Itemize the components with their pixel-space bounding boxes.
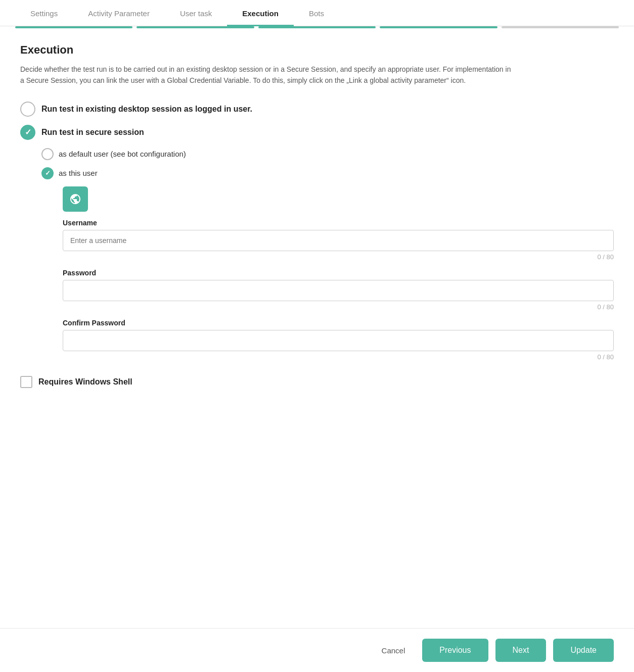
secure-session-row: Run test in secure session bbox=[20, 125, 614, 140]
globe-icon bbox=[69, 193, 81, 205]
this-user-radio[interactable] bbox=[41, 167, 54, 179]
option-group: Run test in existing desktop session as … bbox=[20, 102, 614, 361]
windows-shell-checkbox[interactable] bbox=[20, 376, 32, 388]
progress-activity-parameter bbox=[137, 26, 254, 28]
progress-settings bbox=[15, 26, 132, 28]
update-button[interactable]: Update bbox=[553, 639, 614, 662]
credential-area: Username 0 / 80 Password 0 / 80 Confirm … bbox=[63, 186, 614, 361]
username-char-count: 0 / 80 bbox=[63, 253, 614, 261]
password-label: Password bbox=[63, 269, 614, 277]
default-user-radio[interactable] bbox=[41, 148, 54, 160]
tab-activity-parameter[interactable]: Activity Parameter bbox=[73, 0, 165, 26]
tab-navigation: Settings Activity Parameter User task Ex… bbox=[0, 0, 634, 26]
confirm-password-char-count: 0 / 80 bbox=[63, 353, 614, 361]
tab-bots[interactable]: Bots bbox=[294, 0, 339, 26]
default-user-row: as default user (see bot configuration) bbox=[41, 148, 614, 160]
next-button[interactable]: Next bbox=[495, 639, 547, 662]
tab-execution[interactable]: Execution bbox=[227, 0, 294, 26]
existing-session-radio[interactable] bbox=[20, 102, 35, 117]
username-label: Username bbox=[63, 219, 614, 227]
main-content: Execution Decide whether the test run is… bbox=[0, 28, 634, 459]
password-input[interactable] bbox=[63, 280, 614, 301]
tab-settings[interactable]: Settings bbox=[15, 0, 73, 26]
section-description: Decide whether the test run is to be car… bbox=[20, 64, 516, 86]
link-global-parameter-button[interactable] bbox=[63, 186, 88, 212]
windows-shell-row: Requires Windows Shell bbox=[20, 376, 614, 388]
progress-user-task bbox=[258, 26, 376, 28]
username-input[interactable] bbox=[63, 230, 614, 251]
existing-session-row: Run test in existing desktop session as … bbox=[20, 102, 614, 117]
tab-user-task[interactable]: User task bbox=[165, 0, 227, 26]
this-user-label: as this user bbox=[59, 169, 98, 177]
confirm-password-label: Confirm Password bbox=[63, 319, 614, 327]
password-char-count: 0 / 80 bbox=[63, 303, 614, 311]
secure-session-radio[interactable] bbox=[20, 125, 35, 140]
section-title: Execution bbox=[20, 43, 614, 57]
cancel-button[interactable]: Cancel bbox=[372, 640, 416, 661]
sub-options: as default user (see bot configuration) … bbox=[41, 148, 614, 361]
progress-bar bbox=[0, 26, 634, 28]
this-user-row: as this user bbox=[41, 167, 614, 179]
windows-shell-label: Requires Windows Shell bbox=[38, 377, 132, 387]
progress-bots bbox=[502, 26, 619, 28]
existing-session-label: Run test in existing desktop session as … bbox=[41, 105, 252, 114]
progress-execution bbox=[380, 26, 497, 28]
confirm-password-input[interactable] bbox=[63, 330, 614, 351]
previous-button[interactable]: Previous bbox=[422, 639, 488, 662]
secure-session-label: Run test in secure session bbox=[41, 128, 144, 137]
default-user-label: as default user (see bot configuration) bbox=[59, 150, 186, 158]
footer: Cancel Previous Next Update bbox=[0, 628, 634, 672]
